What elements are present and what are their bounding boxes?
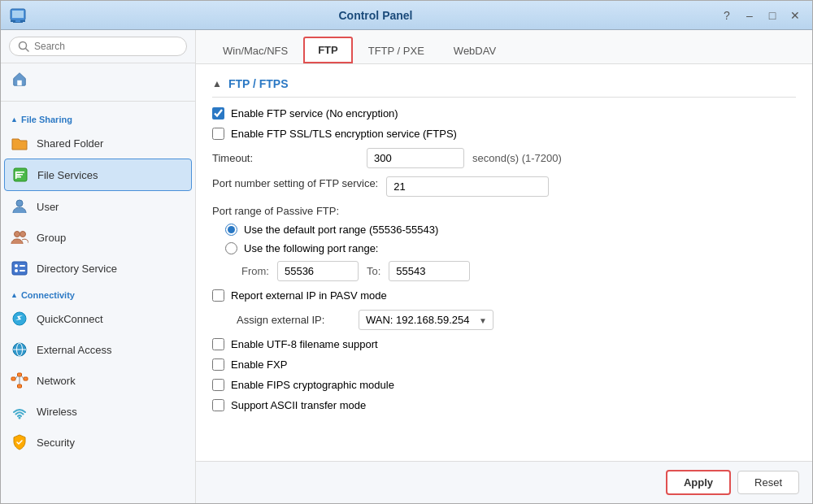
search-box	[9, 37, 187, 56]
svg-rect-11	[16, 174, 23, 176]
maximize-button[interactable]: □	[763, 7, 781, 24]
section-label-connectivity: Connectivity	[21, 290, 75, 300]
assign-external-ip-row: Assign external IP: WAN: 192.168.59.254	[212, 310, 796, 330]
support-ascii-text: Support ASCII transfer mode	[231, 399, 366, 411]
svg-rect-27	[24, 377, 28, 380]
enable-fxp-row: Enable FXP	[212, 358, 796, 371]
group-icon	[11, 228, 28, 246]
svg-point-15	[20, 232, 26, 237]
report-external-ip-text: Report external IP in PASV mode	[231, 289, 387, 302]
svg-point-17	[15, 264, 18, 267]
sidebar-item-file-services[interactable]: F File Services	[4, 159, 192, 191]
port-label: Port number setting of FTP service:	[212, 176, 378, 191]
svg-line-6	[26, 49, 29, 52]
support-ascii-label[interactable]: Support ASCII transfer mode	[212, 399, 366, 411]
enable-fips-row: Enable FIPS cryptographic module	[212, 379, 796, 391]
radio-custom[interactable]	[225, 242, 237, 254]
svg-rect-18	[20, 265, 25, 267]
svg-point-14	[15, 232, 20, 237]
to-input[interactable]	[389, 261, 470, 281]
external-ip-select-wrapper: WAN: 192.168.59.254	[359, 310, 493, 330]
from-input[interactable]	[277, 261, 359, 281]
port-input[interactable]	[386, 176, 549, 197]
tab-webdav[interactable]: WebDAV	[440, 38, 510, 63]
right-panel: Win/Mac/NFS FTP TFTP / PXE WebDAV ▲ FTP …	[196, 30, 812, 503]
app-icon	[9, 7, 27, 24]
enable-fxp-checkbox[interactable]	[212, 358, 224, 371]
passive-ftp-section: Port range of Passive FTP: Use the defau…	[212, 205, 796, 281]
sidebar-label-external-access: External Access	[37, 344, 112, 356]
section-connectivity[interactable]: ▲ Connectivity	[1, 284, 195, 303]
apply-button[interactable]: Apply	[666, 470, 731, 495]
user-icon	[11, 198, 28, 215]
enable-ftp-checkbox[interactable]	[212, 107, 224, 119]
timeout-label: Timeout:	[212, 152, 359, 164]
ftp-section-header: ▲ FTP / FTPS	[212, 77, 796, 98]
wireless-icon	[11, 402, 28, 420]
radio-custom-row: Use the following port range:	[225, 242, 796, 254]
tab-ftp[interactable]: FTP	[303, 37, 353, 63]
report-external-ip-checkbox[interactable]	[212, 289, 224, 302]
support-ascii-checkbox[interactable]	[212, 399, 224, 411]
radio-default-row: Use the default port range (55536-55543)	[225, 224, 796, 236]
svg-point-19	[15, 269, 18, 272]
enable-ftps-checkbox[interactable]	[212, 128, 224, 140]
sidebar-item-group[interactable]: Group	[1, 222, 195, 253]
section-chevron-connectivity: ▲	[11, 291, 18, 299]
from-label: From:	[241, 265, 269, 277]
enable-ftp-label[interactable]: Enable FTP service (No encryption)	[212, 107, 398, 119]
enable-fips-checkbox[interactable]	[212, 379, 224, 391]
sidebar-item-external-access[interactable]: External Access	[1, 334, 195, 365]
sidebar-item-network[interactable]: Network	[1, 365, 195, 396]
section-file-sharing[interactable]: ▲ File Sharing	[1, 108, 195, 128]
sidebar-label-wireless: Wireless	[37, 406, 77, 418]
enable-ftps-text: Enable FTP SSL/TLS encryption service (F…	[231, 128, 457, 140]
section-title: FTP / FTPS	[228, 77, 289, 90]
reset-button[interactable]: Reset	[737, 471, 799, 494]
enable-fxp-text: Enable FXP	[231, 358, 287, 371]
sidebar-label-security: Security	[37, 437, 75, 449]
sidebar-item-directory-service[interactable]: Directory Service	[1, 253, 195, 284]
svg-rect-28	[18, 385, 22, 388]
svg-line-30	[22, 376, 24, 380]
enable-utf8-checkbox[interactable]	[212, 338, 224, 350]
search-input[interactable]	[34, 41, 178, 52]
svg-point-13	[16, 200, 23, 206]
svg-rect-1	[12, 11, 24, 18]
enable-fips-label[interactable]: Enable FIPS cryptographic module	[212, 379, 394, 391]
sidebar-item-security[interactable]: Security	[1, 427, 195, 458]
passive-ftp-label: Port range of Passive FTP:	[212, 205, 796, 217]
svg-point-32	[19, 417, 21, 419]
sidebar: ▲ File Sharing Shared Folder F	[1, 30, 196, 503]
svg-rect-25	[11, 377, 15, 380]
minimize-button[interactable]: –	[741, 7, 759, 24]
help-button[interactable]: ?	[718, 7, 736, 24]
security-icon	[11, 433, 28, 451]
enable-ftp-row: Enable FTP service (No encryption)	[212, 107, 796, 119]
assign-external-ip-label: Assign external IP:	[237, 314, 350, 326]
sidebar-item-shared-folder[interactable]: Shared Folder	[1, 128, 195, 159]
tab-tftp-pxe[interactable]: TFTP / PXE	[354, 38, 438, 63]
enable-utf8-row: Enable UTF-8 filename support	[212, 338, 796, 350]
sidebar-item-user[interactable]: User	[1, 191, 195, 222]
radio-default[interactable]	[225, 224, 237, 236]
close-button[interactable]: ✕	[786, 7, 804, 24]
enable-ftps-label[interactable]: Enable FTP SSL/TLS encryption service (F…	[212, 128, 457, 140]
sidebar-item-wireless[interactable]: Wireless	[1, 396, 195, 427]
quickconnect-icon	[11, 310, 28, 328]
sidebar-item-home[interactable]	[1, 63, 195, 94]
timeout-input[interactable]	[367, 148, 464, 168]
home-icon	[11, 70, 28, 88]
tabs-bar: Win/Mac/NFS FTP TFTP / PXE WebDAV	[196, 30, 812, 64]
enable-utf8-label[interactable]: Enable UTF-8 filename support	[212, 338, 378, 350]
svg-rect-10	[16, 172, 24, 173]
svg-line-29	[15, 376, 18, 380]
tab-win-mac-nfs[interactable]: Win/Mac/NFS	[209, 38, 302, 63]
report-external-ip-label[interactable]: Report external IP in PASV mode	[212, 289, 387, 302]
sidebar-item-quickconnect[interactable]: QuickConnect	[1, 303, 195, 334]
external-ip-select[interactable]: WAN: 192.168.59.254	[359, 310, 493, 330]
enable-utf8-text: Enable UTF-8 filename support	[231, 338, 378, 350]
port-range-row: From: To:	[212, 261, 796, 281]
timeout-unit: second(s) (1-7200)	[472, 152, 562, 164]
enable-fxp-label[interactable]: Enable FXP	[212, 358, 287, 371]
